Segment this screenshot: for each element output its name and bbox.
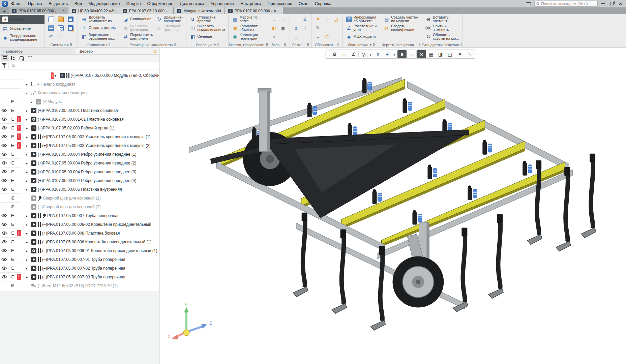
eye-icon[interactable] — [1, 222, 7, 226]
menu-item[interactable]: Файл — [11, 1, 22, 6]
eye-icon[interactable] — [1, 144, 7, 147]
eye-icon[interactable] — [1, 240, 7, 244]
visibility-cell[interactable] — [0, 246, 8, 255]
tree-row[interactable]: ▸ (–)PPA.0107.05.00.006 Кронштейн присое… — [0, 238, 159, 246]
viewport-toolbar-button[interactable] — [373, 50, 382, 58]
visibility-cell[interactable] — [0, 132, 8, 141]
viewport-toolbar-button[interactable] — [397, 50, 407, 58]
expand-arrow-icon[interactable]: ▸ — [26, 275, 31, 279]
viewport-toolbar-button[interactable] — [465, 50, 474, 58]
tree-row[interactable]: ▸ (+)PPA.0107.05.00.004 Ребро усиления п… — [0, 176, 159, 185]
ribbon-button[interactable] — [57, 24, 65, 32]
ribbon-group-label[interactable]: Чертеж, специфкац... — [380, 42, 422, 48]
ribbon-button[interactable] — [292, 24, 300, 32]
ribbon-group-label[interactable]: Разме... — [290, 42, 311, 48]
eye-icon[interactable] — [1, 109, 7, 112]
tree-row[interactable]: ▸ (+)PPA.0107.05.00.004 Ребро усиления п… — [0, 168, 159, 176]
expand-arrow-icon[interactable]: ▸ — [26, 188, 31, 191]
visibility-cell[interactable] — [0, 168, 8, 176]
model-front-rail[interactable] — [377, 170, 573, 259]
restore-button[interactable] — [610, 2, 614, 5]
tab-tree[interactable]: Дерево — [76, 48, 151, 54]
tree-row[interactable]: ▸ (–)PPA.0107.05.00.006-02 Кронштейн при… — [0, 220, 159, 229]
spec-membership-cell[interactable] — [8, 194, 17, 203]
menu-item[interactable]: Правка — [28, 1, 42, 6]
tree-row[interactable]: ▾ Компоновочная геометрия — [0, 89, 159, 97]
ribbon-group-label[interactable]: Операции — [186, 42, 228, 48]
ribbon-button[interactable]: Отверстие простое — [189, 15, 226, 24]
visibility-cell[interactable] — [0, 281, 8, 290]
spec-membership-cell[interactable] — [8, 273, 17, 281]
document-tab[interactable]: PPA.0107.00.00.000 - А... — [225, 7, 283, 14]
eye-icon[interactable] — [1, 214, 7, 217]
menu-item[interactable]: Настройка — [240, 1, 261, 6]
ribbon-button[interactable] — [57, 15, 65, 24]
ribbon-button[interactable] — [301, 24, 309, 32]
menu-item[interactable]: Выделить — [49, 1, 68, 6]
ribbon-button[interactable] — [301, 15, 309, 24]
menu-item[interactable]: Вид — [74, 1, 82, 6]
visibility-cell[interactable] — [0, 185, 8, 194]
ribbon-button[interactable] — [323, 33, 331, 41]
ribbon-group-label[interactable]: Системная — [45, 42, 78, 48]
new-tab-button[interactable]: + — [0, 7, 9, 14]
ribbon-button[interactable]: Создать деталь — [80, 24, 117, 32]
viewport-toolbar-button[interactable] — [455, 51, 455, 57]
ribbon-button[interactable] — [47, 33, 56, 41]
eye-icon[interactable] — [1, 117, 7, 121]
spec-membership-cell[interactable] — [8, 141, 17, 150]
eye-icon[interactable] — [1, 231, 7, 235]
visibility-cell[interactable] — [0, 264, 8, 273]
spec-membership-cell[interactable] — [8, 220, 17, 229]
viewport-toolbar-button[interactable] — [349, 50, 358, 58]
filter-button[interactable] — [0, 62, 9, 69]
expand-arrow-icon[interactable]: ▸ — [26, 126, 31, 130]
ribbon-group-label[interactable]: Стандартные изделия — [422, 42, 462, 48]
viewport-toolbar-button[interactable] — [417, 50, 426, 58]
viewport-toolbar-button[interactable] — [368, 50, 373, 58]
visibility-cell[interactable] — [0, 229, 8, 238]
tree-row[interactable]: ▸ (–)PPA.0107.05.00.007-03 Труба попереч… — [0, 273, 159, 281]
tree-row[interactable]: ▸ (+)PPA.0107.05.00.008 Пластина боковая — [0, 229, 159, 238]
spec-membership-cell[interactable] — [8, 150, 17, 159]
tree-row[interactable]: ▸ (+)PPA.0107.05.00.004 Ребро усиления п… — [0, 159, 159, 168]
ribbon-button[interactable] — [323, 15, 331, 24]
toolbar-drag-handle-icon[interactable] — [327, 52, 329, 57]
viewport-toolbar-button[interactable] — [397, 51, 397, 57]
ribbon-button[interactable]: Зеркальное отражение ко... — [80, 33, 117, 41]
ribbon-button[interactable] — [279, 15, 287, 24]
ribbon-button[interactable]: Включить фиксацию — [122, 24, 154, 32]
viewport-toolbar-button[interactable] — [383, 50, 392, 58]
visibility-cell[interactable] — [0, 176, 8, 185]
ribbon-button[interactable]: Найти и заменить — [424, 24, 460, 32]
menu-item[interactable]: Моделирование — [88, 1, 120, 6]
visibility-cell[interactable] — [0, 141, 8, 150]
tree-search[interactable] — [9, 64, 159, 68]
menu-item[interactable]: Окно — [299, 1, 308, 6]
tab-close-icon[interactable] — [62, 8, 65, 13]
minimize-button[interactable] — [601, 3, 605, 4]
ribbon-group-label[interactable]: Размещение компонентов — [119, 42, 186, 48]
ribbon-button[interactable]: Переместить компонент — [122, 33, 154, 41]
window-layout-icon[interactable] — [526, 2, 531, 6]
expand-arrow-icon[interactable]: ▸ — [26, 214, 31, 218]
viewport-toolbar-button[interactable] — [392, 50, 396, 58]
expand-arrow-icon[interactable]: ▸ — [31, 100, 35, 104]
ribbon-button[interactable]: Совпадение — [122, 15, 154, 24]
spec-membership-cell[interactable] — [8, 185, 17, 194]
ribbon-button[interactable] — [314, 33, 322, 41]
viewport-toolbar-button[interactable] — [416, 51, 417, 57]
spec-membership-cell[interactable] — [8, 106, 17, 115]
viewport-toolbar-button[interactable] — [407, 50, 416, 58]
tree-row[interactable]: ▾ (–)PPA.0107.05.00.000 Модуль (Тел-0, С… — [0, 71, 159, 80]
viewport-toolbar-button[interactable] — [359, 50, 368, 58]
viewport-toolbar-button[interactable] — [455, 50, 465, 58]
tree-view-button[interactable] — [18, 55, 25, 61]
eye-icon[interactable] — [1, 170, 7, 174]
ribbon-button[interactable]: Информация об объекте — [345, 15, 378, 24]
visibility-cell[interactable] — [0, 97, 8, 106]
ribbon-mode-tab[interactable]: Управление — [0, 24, 44, 33]
spec-membership-cell[interactable] — [8, 159, 17, 168]
menu-item[interactable]: Справка — [315, 1, 331, 6]
spec-membership-cell[interactable] — [8, 176, 17, 185]
